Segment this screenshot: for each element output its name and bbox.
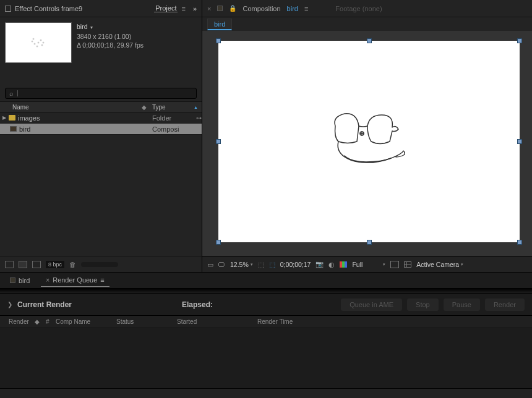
project-item-label: images xyxy=(18,114,40,122)
transform-handle[interactable] xyxy=(517,38,522,43)
render-button[interactable]: Render xyxy=(485,298,525,311)
bpc-button[interactable]: 8 bpc xyxy=(46,261,64,268)
tab-bird[interactable]: bird xyxy=(5,274,35,287)
chevron-right-icon[interactable]: » xyxy=(193,5,197,12)
svg-point-5 xyxy=(41,44,43,46)
close-tab-icon[interactable]: × xyxy=(207,5,211,12)
timeline-panel: bird × Render Queue ≡ ❯ Current Render E… xyxy=(0,272,532,398)
composition-label: Composition xyxy=(242,5,280,12)
project-item-folder[interactable]: ▶ images Folder ⊶ xyxy=(0,112,202,124)
transform-handle[interactable] xyxy=(367,38,372,43)
composition-panel: × 🔒 Composition bird ≡ Footage (none) bi… xyxy=(202,0,532,272)
channel-icon[interactable]: ◐ xyxy=(328,261,335,268)
col-label[interactable]: ◆ xyxy=(140,104,148,111)
comp-label-icon xyxy=(10,277,15,283)
thumbnail-slider[interactable] xyxy=(81,262,118,267)
queue-in-ame-button[interactable]: Queue in AME xyxy=(341,298,402,311)
roi-icon[interactable]: ⬚ xyxy=(269,261,275,268)
asset-duration: Δ 0;00;00;18, 29.97 fps xyxy=(77,41,144,49)
transform-handle[interactable] xyxy=(216,38,221,43)
tab-label: bird xyxy=(19,277,30,284)
snapshot-icon[interactable]: 📷 xyxy=(315,260,324,268)
breadcrumb-chip[interactable]: bird xyxy=(207,19,232,30)
asset-metadata: bird 3840 x 2160 (1.00) Δ 0;00;00;18, 29… xyxy=(77,22,144,63)
col-render[interactable]: Render xyxy=(5,318,31,325)
resolution-dropdown[interactable]: Full▾ xyxy=(352,261,385,268)
col-name[interactable]: Name xyxy=(0,104,140,111)
svg-point-0 xyxy=(32,41,33,42)
new-folder-icon[interactable] xyxy=(19,261,27,268)
transform-handle[interactable] xyxy=(517,139,522,144)
transform-handle[interactable] xyxy=(517,240,522,245)
pause-button[interactable]: Pause xyxy=(444,298,480,311)
effect-controls-icon xyxy=(5,6,11,12)
composition-viewer[interactable] xyxy=(202,31,532,256)
render-queue-columns: Render ◆ # Comp Name Status Started Rend… xyxy=(0,316,532,328)
timecode[interactable]: 0;00;00;17 xyxy=(280,261,311,268)
transform-handle[interactable] xyxy=(216,240,221,245)
resolution-icon[interactable]: ⬚ xyxy=(258,261,264,268)
new-comp-icon[interactable] xyxy=(32,261,41,268)
transparency-grid-icon[interactable] xyxy=(390,261,399,268)
panel-menu-icon[interactable]: ≡ xyxy=(304,5,308,12)
render-queue-body[interactable] xyxy=(0,328,532,388)
grid-icon[interactable] xyxy=(404,261,411,268)
project-panel: Effect Controls frame9 Project ≡ » bird … xyxy=(0,0,202,272)
camera-dropdown[interactable]: Active Camera▾ xyxy=(416,261,463,268)
elapsed-label: Elapsed: xyxy=(182,300,213,309)
panel-footer xyxy=(0,388,532,398)
project-columns-header: Name ◆ Type ▲ xyxy=(0,101,202,112)
col-type[interactable]: Type ▲ xyxy=(148,104,202,111)
svg-point-6 xyxy=(33,38,34,40)
project-item-type: Composi xyxy=(152,125,179,133)
magnify-icon[interactable]: ▭ xyxy=(207,261,213,268)
disclosure-triangle-icon[interactable]: ▶ xyxy=(2,115,6,121)
svg-point-2 xyxy=(38,42,39,43)
search-icon: ⌕ xyxy=(9,90,14,97)
col-comp-name[interactable]: Comp Name xyxy=(52,318,113,325)
effect-controls-tab[interactable]: Effect Controls frame9 xyxy=(15,5,154,12)
project-item-comp[interactable]: bird Composi xyxy=(0,124,202,135)
bird-drawing xyxy=(323,108,416,176)
col-status[interactable]: Status xyxy=(113,318,173,325)
tab-label: Render Queue xyxy=(53,276,97,284)
folder-icon xyxy=(9,115,15,121)
svg-point-1 xyxy=(34,43,35,44)
svg-point-3 xyxy=(40,40,41,41)
display-icon[interactable]: 🖵 xyxy=(218,261,225,268)
composition-icon xyxy=(10,126,17,132)
stop-button[interactable]: Stop xyxy=(407,298,439,311)
tab-render-queue[interactable]: × Render Queue ≡ xyxy=(41,274,109,287)
rgb-icon[interactable] xyxy=(340,261,347,268)
col-num[interactable]: # xyxy=(42,318,52,325)
transform-handle[interactable] xyxy=(216,139,221,144)
asset-name[interactable]: bird xyxy=(77,22,144,32)
canvas[interactable] xyxy=(218,41,520,242)
comp-label-icon xyxy=(217,6,223,11)
disclosure-triangle-icon[interactable]: ❯ xyxy=(7,301,12,308)
svg-point-7 xyxy=(43,42,44,43)
lock-icon[interactable]: 🔒 xyxy=(229,5,236,12)
col-label[interactable]: ◆ xyxy=(31,318,42,325)
project-item-type: Folder xyxy=(152,114,171,122)
asset-dimensions: 3840 x 2160 (1.00) xyxy=(77,32,144,41)
zoom-dropdown[interactable]: 12.5%▾ xyxy=(230,261,253,268)
project-item-label: bird xyxy=(19,125,30,133)
footage-tab[interactable]: Footage (none) xyxy=(335,5,382,12)
current-render-label: Current Render xyxy=(17,300,72,309)
transform-handle[interactable] xyxy=(367,240,372,245)
composition-name[interactable]: bird xyxy=(287,5,298,12)
sort-asc-icon: ▲ xyxy=(194,105,198,109)
interpret-footage-icon[interactable] xyxy=(5,261,14,268)
svg-point-4 xyxy=(36,46,38,47)
panel-menu-icon[interactable]: ≡ xyxy=(100,276,104,284)
trash-icon[interactable]: 🗑 xyxy=(69,261,76,268)
asset-thumbnail[interactable] xyxy=(5,22,72,63)
link-icon: ⊶ xyxy=(196,115,202,121)
close-tab-icon[interactable]: × xyxy=(46,277,49,284)
col-started[interactable]: Started xyxy=(173,318,254,325)
col-render-time[interactable]: Render Time xyxy=(254,318,527,325)
project-tab[interactable]: Project xyxy=(154,4,178,12)
panel-menu-icon[interactable]: ≡ xyxy=(181,5,185,12)
search-input[interactable]: ⌕ xyxy=(5,88,197,99)
